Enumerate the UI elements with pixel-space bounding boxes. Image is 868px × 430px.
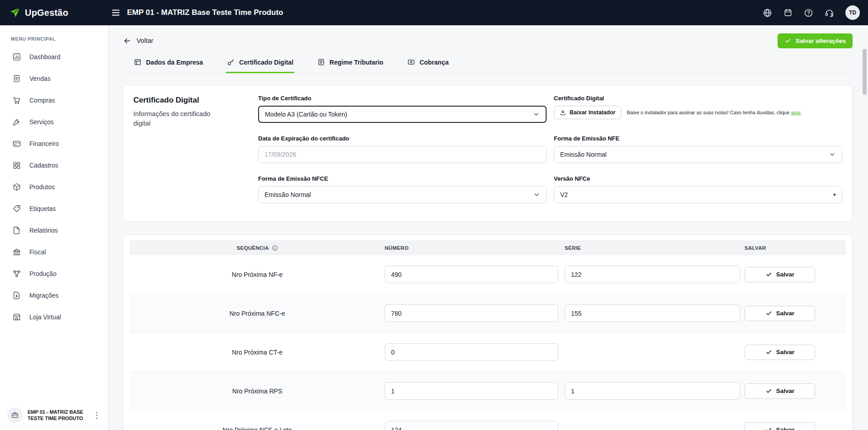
baixar-instalador-button[interactable]: Baixar Instalador <box>554 106 621 119</box>
sidebar-item-servicos[interactable]: Serviços <box>0 111 108 133</box>
tab-certificado-digital[interactable]: Certificado Digital <box>226 54 294 73</box>
numero-input[interactable] <box>385 382 558 400</box>
finance-card-icon <box>12 139 21 148</box>
globe-icon[interactable] <box>763 8 772 18</box>
scrollbar-thumb[interactable] <box>863 49 867 95</box>
sidebar-item-label: Financeiro <box>29 140 59 147</box>
forma-emissao-nfe-value: Emissão Normal <box>560 151 607 158</box>
company-icon <box>7 407 23 423</box>
chevron-down-icon <box>533 111 540 118</box>
expiry-date-label: Data de Expiração do certificado <box>258 135 547 142</box>
topbar-actions: TD <box>763 5 860 20</box>
tipo-certificado-label: Tipo de Certificado <box>258 95 547 102</box>
numero-input[interactable] <box>385 421 558 430</box>
numero-input[interactable] <box>385 266 558 283</box>
versao-nfce-select[interactable]: V2 ▾ <box>554 186 842 203</box>
row-save-label: Salvar <box>776 388 795 394</box>
row-save-button[interactable]: Salvar <box>745 345 815 360</box>
kebab-menu-icon[interactable]: ⋮ <box>93 411 101 419</box>
company-name: EMP 01 - MATRIZ BASE TESTE TIME PRODUTO <box>28 409 84 422</box>
menu-toggle-button[interactable] <box>111 8 121 18</box>
sidebar-item-relatorios[interactable]: Relatórios <box>0 220 108 241</box>
card-heading-block: Certificado Digital Informações do certi… <box>133 95 258 203</box>
back-label: Voltar <box>137 37 153 44</box>
sidebar-item-label: Migrações <box>29 292 59 299</box>
download-icon <box>560 109 566 116</box>
serie-input[interactable] <box>565 266 740 283</box>
back-button[interactable]: Voltar <box>123 37 153 45</box>
company-switcher[interactable]: EMP 01 - MATRIZ BASE TESTE TIME PRODUTO … <box>0 402 108 430</box>
forma-emissao-nfce-label: Forma de Emissão NFCE <box>258 175 547 182</box>
sequence-table-card: SEQUÊNCIA NÚMERO SÉRIE SALVAR Nro Próxim… <box>123 234 853 430</box>
aqui-link[interactable]: aqui <box>791 110 801 115</box>
support-icon[interactable] <box>825 8 834 18</box>
sidebar-item-vendas[interactable]: Vendas <box>0 68 108 89</box>
sidebar-item-fiscal[interactable]: Fiscal <box>0 241 108 263</box>
sidebar-item-label: Dashboard <box>29 53 61 61</box>
caret-down-icon: ▾ <box>833 192 836 198</box>
table-row-nfce: Nro Próxima NFC-e Salvar <box>130 294 846 333</box>
save-changes-label: Salvar alterações <box>796 37 846 44</box>
topbar: UpGestão EMP 01 - MATRIZ Base Teste Time… <box>0 0 868 25</box>
forma-emissao-nfe-select[interactable]: Emissão Normal <box>554 146 842 163</box>
numero-input[interactable] <box>385 304 558 322</box>
forma-emissao-nfe-label: Forma de Emissão NFE <box>554 135 842 142</box>
sidebar-item-migracoes[interactable]: Migrações <box>0 285 108 306</box>
file-arrow-icon <box>12 291 21 300</box>
sidebar-item-produtos[interactable]: Produtos <box>0 176 108 198</box>
calendar-icon[interactable] <box>783 8 793 17</box>
sidebar-item-loja-virtual[interactable]: Loja Virtual <box>0 306 108 328</box>
cart-icon <box>12 96 21 105</box>
sidebar-item-label: Serviços <box>29 118 54 126</box>
check-icon <box>765 310 772 317</box>
check-icon <box>765 388 772 394</box>
menu-section-label: MENU PRINCIPAL <box>0 25 108 46</box>
sidebar-item-label: Cadastros <box>29 162 58 169</box>
serie-input[interactable] <box>565 304 740 322</box>
tipo-certificado-select[interactable]: Modelo A3 (Cartão ou Token) <box>258 106 547 123</box>
sidebar-item-label: Loja Virtual <box>29 313 61 321</box>
versao-nfce-value: V2 <box>560 191 568 198</box>
brand[interactable]: UpGestão <box>9 7 111 19</box>
table-row-rps: Nro Próxima RPS Salvar <box>130 372 846 411</box>
chevron-down-icon <box>533 191 540 198</box>
sidebar-nav: Dashboard Vendas Compras Serviços Financ… <box>0 46 108 402</box>
sidebar-item-cadastros[interactable]: Cadastros <box>0 154 108 176</box>
sidebar-item-label: Compras <box>29 97 55 104</box>
row-label: Nro Próxima NFC-e <box>230 310 285 317</box>
card-title: Certificado Digital <box>133 96 258 105</box>
hint-period: . <box>800 110 802 115</box>
wrench-icon <box>12 117 21 126</box>
download-hint-text: Baixe o instalador para assinar as suas … <box>627 110 789 115</box>
tipo-certificado-value: Modelo A3 (Cartão ou Token) <box>265 111 347 118</box>
sidebar-item-financeiro[interactable]: Financeiro <box>0 133 108 154</box>
row-save-button[interactable]: Salvar <box>745 267 815 282</box>
expiry-date-input[interactable] <box>258 146 547 163</box>
company-data-icon <box>134 58 142 66</box>
row-save-button[interactable]: Salvar <box>745 383 815 399</box>
tab-regime-tributario[interactable]: Regime Tributario <box>316 54 384 73</box>
column-header-salvar: SALVAR <box>745 245 846 251</box>
save-changes-button[interactable]: Salvar alterações <box>778 33 853 48</box>
tab-cobranca[interactable]: Cobrança <box>406 54 450 73</box>
serie-input[interactable] <box>565 382 740 400</box>
row-save-button[interactable]: Salvar <box>745 306 815 321</box>
numero-input[interactable] <box>385 343 558 361</box>
sidebar-item-etiquetas[interactable]: Etiquetas <box>0 198 108 220</box>
help-icon[interactable] <box>804 8 813 18</box>
column-header-serie: SÉRIE <box>565 245 745 251</box>
tab-dados-da-empresa[interactable]: Dados da Empresa <box>133 54 204 73</box>
sidebar-item-compras[interactable]: Compras <box>0 89 108 111</box>
upgestao-logo-icon <box>9 7 21 19</box>
sidebar-item-label: Produtos <box>29 183 55 191</box>
forma-emissao-nfce-select[interactable]: Emissão Normal <box>258 186 547 203</box>
sidebar-item-dashboard[interactable]: Dashboard <box>0 46 108 68</box>
tab-bar: Dados da Empresa Certificado Digital Reg… <box>123 54 853 73</box>
info-icon[interactable] <box>272 245 278 251</box>
row-save-button[interactable]: Salvar <box>745 422 815 430</box>
sidebar-item-producao[interactable]: Produção <box>0 263 108 285</box>
check-icon <box>765 349 772 355</box>
sidebar: MENU PRINCIPAL Dashboard Vendas Compras … <box>0 25 108 430</box>
bank-icon <box>12 248 21 257</box>
avatar[interactable]: TD <box>845 5 860 20</box>
